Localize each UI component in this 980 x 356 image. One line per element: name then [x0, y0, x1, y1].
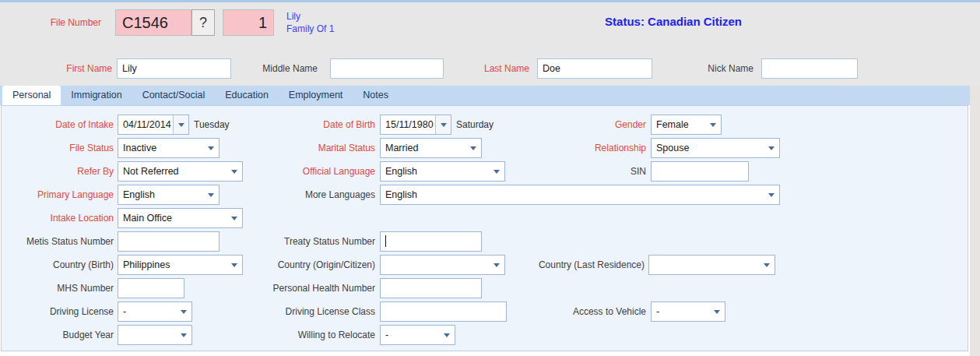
date-of-intake-picker[interactable]: 04/11/2014	[118, 115, 189, 135]
intake-location-select[interactable]: Main Office	[118, 208, 243, 228]
access-to-vehicle-select[interactable]: -	[651, 301, 725, 322]
date-of-intake-dropdown-button[interactable]	[173, 115, 188, 134]
primary-language-select[interactable]: English	[118, 185, 220, 205]
middle-name-label: Middle Name	[174, 58, 318, 79]
last-name-value: Doe	[543, 59, 560, 78]
country-birth-label: Country (Birth)	[5, 255, 114, 275]
relationship-label: Relationship	[484, 138, 646, 158]
date-of-intake-value: 04/11/2014	[123, 115, 171, 134]
marital-status-value: Married	[385, 139, 418, 157]
access-to-vehicle-value: -	[656, 302, 659, 321]
personal-tab-panel: Date of Intake 04/11/2014 Tuesday Date o…	[1, 105, 968, 351]
first-name-value: Lily	[122, 59, 137, 78]
metis-status-number-input[interactable]	[118, 231, 220, 252]
driving-license-select[interactable]: -	[118, 301, 192, 322]
file-status-select[interactable]: Inactive	[118, 138, 220, 158]
gender-label: Gender	[484, 115, 646, 135]
tab-notes[interactable]: Notes	[353, 86, 399, 105]
mhs-number-label: MHS Number	[5, 278, 114, 298]
chevron-down-icon	[768, 193, 775, 197]
tab-education[interactable]: Education	[215, 86, 279, 105]
treaty-status-number-input[interactable]	[380, 231, 482, 252]
sin-label: SIN	[484, 161, 646, 182]
chevron-down-icon	[714, 310, 720, 314]
date-of-birth-dropdown-button[interactable]	[435, 115, 451, 134]
intake-location-label: Intake Location	[5, 208, 114, 228]
date-of-birth-picker[interactable]: 15/11/1980	[380, 115, 451, 135]
more-languages-value: English	[385, 185, 417, 204]
official-language-label: Official Language	[220, 161, 375, 182]
tab-contact-social[interactable]: Contact/Social	[132, 86, 216, 105]
tab-personal[interactable]: Personal	[2, 86, 61, 105]
primary-language-label: Primary Language	[5, 185, 114, 205]
primary-language-value: English	[123, 185, 155, 204]
date-of-intake-label: Date of Intake	[5, 115, 114, 135]
tab-employment[interactable]: Employment	[279, 86, 353, 105]
willing-to-relocate-label: Willing to Relocate	[220, 325, 375, 345]
file-status-value: Inactive	[123, 139, 156, 157]
more-languages-select[interactable]: English	[380, 185, 780, 205]
relationship-value: Spouse	[656, 139, 689, 157]
intake-location-value: Main Office	[123, 209, 172, 227]
client-summary: Lily Family Of 1	[286, 10, 334, 35]
chevron-down-icon	[178, 123, 184, 127]
family-member-number-field[interactable]: 1	[223, 9, 274, 36]
citizen-status-text: Status: Canadian Citizen	[545, 15, 802, 28]
file-number-label: File Number	[6, 15, 101, 30]
nick-name-input[interactable]	[761, 58, 858, 79]
refer-by-label: Refer By	[5, 161, 114, 182]
willing-to-relocate-select[interactable]: -	[380, 325, 455, 345]
country-origin-label: Country (Origin/Citizen)	[220, 255, 375, 275]
country-last-residence-label: Country (Last Residence)	[484, 255, 645, 275]
official-language-value: English	[385, 162, 417, 181]
chevron-down-icon	[181, 310, 187, 314]
mhs-number-input[interactable]	[118, 278, 184, 298]
driving-license-label: Driving License	[5, 301, 114, 322]
family-of-text: Family Of 1	[286, 23, 334, 35]
country-last-residence-select[interactable]	[648, 255, 775, 275]
relationship-select[interactable]: Spouse	[651, 138, 780, 158]
first-name-label: First Name	[6, 58, 112, 79]
nick-name-label: Nick Name	[599, 58, 753, 79]
treaty-status-number-label: Treaty Status Number	[220, 231, 375, 252]
gender-value: Female	[656, 115, 689, 134]
gender-select[interactable]: Female	[651, 115, 722, 135]
country-birth-value: Philippines	[123, 256, 170, 274]
tab-bar: Personal Immigration Contact/Social Educ…	[0, 86, 970, 105]
app-window: File Number C1546 ? 1 Lily Family Of 1 S…	[0, 0, 980, 356]
file-status-label: File Status	[5, 138, 114, 158]
personal-health-number-label: Personal Health Number	[220, 278, 375, 298]
chevron-down-icon	[181, 333, 187, 337]
chevron-down-icon	[231, 217, 237, 220]
refer-by-value: Not Referred	[123, 162, 179, 181]
driving-license-class-label: Driving License Class	[220, 301, 375, 322]
date-of-birth-value: 15/11/1980	[385, 115, 434, 134]
metis-status-number-label: Metis Status Number	[5, 231, 114, 252]
budget-year-select[interactable]	[118, 325, 192, 345]
file-number-help-button[interactable]: ?	[191, 9, 215, 36]
chevron-down-icon	[208, 146, 214, 150]
date-of-birth-label: Date of Birth	[220, 115, 375, 135]
willing-to-relocate-value: -	[385, 326, 388, 344]
budget-year-label: Budget Year	[5, 325, 114, 345]
marital-status-select[interactable]: Married	[380, 138, 482, 158]
access-to-vehicle-label: Access to Vehicle	[484, 301, 646, 322]
header-bar: File Number C1546 ? 1 Lily Family Of 1 S…	[0, 2, 980, 86]
last-name-label: Last Name	[381, 58, 529, 79]
more-languages-label: More Languages	[220, 185, 375, 205]
file-number-field[interactable]: C1546	[115, 9, 191, 36]
client-name-text: Lily	[286, 10, 334, 23]
chevron-down-icon	[444, 333, 450, 337]
chevron-down-icon	[470, 146, 476, 150]
tab-immigration[interactable]: Immigration	[61, 86, 132, 105]
marital-status-label: Marital Status	[220, 138, 375, 158]
text-cursor	[385, 235, 386, 247]
chevron-down-icon	[208, 193, 214, 197]
driving-license-value: -	[123, 302, 126, 321]
personal-health-number-input[interactable]	[380, 278, 482, 298]
sin-input[interactable]	[651, 161, 749, 182]
chevron-down-icon	[710, 123, 716, 127]
chevron-down-icon	[764, 263, 770, 267]
window-right-gutter	[970, 86, 980, 356]
chevron-down-icon	[441, 123, 447, 127]
